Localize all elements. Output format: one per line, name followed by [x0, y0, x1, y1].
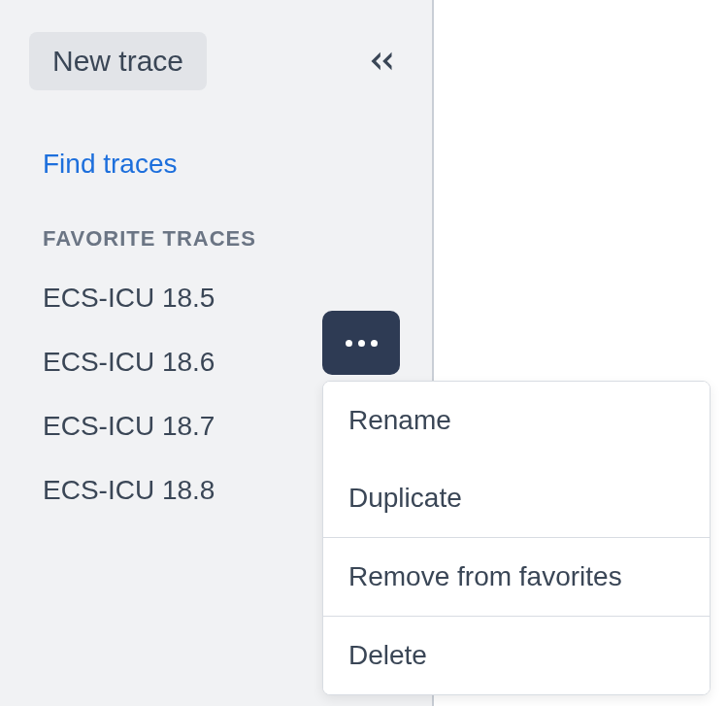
trace-name: ECS-ICU 18.6 — [43, 347, 215, 378]
menu-item-delete[interactable]: Delete — [323, 617, 710, 694]
trace-name: ECS-ICU 18.7 — [43, 411, 215, 442]
ellipsis-icon — [371, 340, 378, 347]
context-menu: Rename Duplicate Remove from favorites D… — [322, 381, 711, 695]
menu-item-duplicate[interactable]: Duplicate — [323, 459, 710, 537]
collapse-sidebar-button[interactable] — [360, 42, 403, 81]
trace-name: ECS-ICU 18.5 — [43, 283, 215, 314]
trace-name: ECS-ICU 18.8 — [43, 475, 215, 506]
new-trace-button[interactable]: New trace — [29, 32, 207, 90]
find-traces-link[interactable]: Find traces — [29, 149, 403, 180]
sidebar-header: New trace — [29, 32, 403, 90]
more-options-button[interactable] — [322, 311, 400, 375]
chevron-double-left-icon — [368, 50, 395, 73]
favorite-traces-header: Favorite Traces — [29, 226, 403, 252]
ellipsis-icon — [358, 340, 365, 347]
ellipsis-icon — [346, 340, 352, 347]
menu-item-rename[interactable]: Rename — [323, 382, 710, 459]
trace-item[interactable]: ECS-ICU 18.5 — [29, 283, 403, 314]
menu-item-remove-favorite[interactable]: Remove from favorites — [323, 538, 710, 616]
